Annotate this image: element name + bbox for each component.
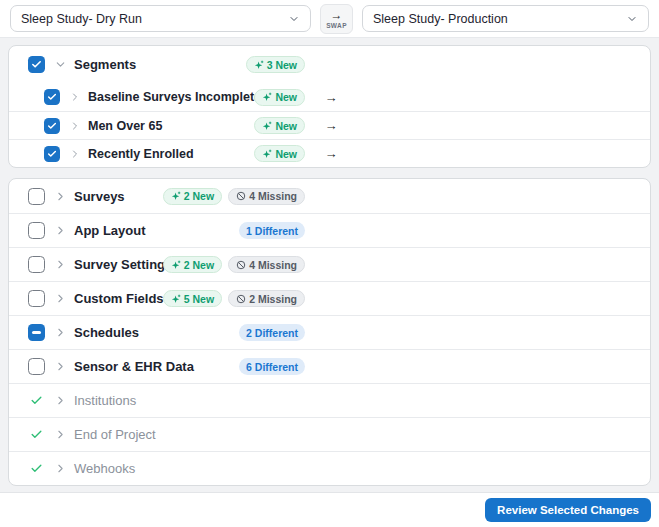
copy-right-arrow-button[interactable]: →: [315, 118, 347, 133]
sparkles-icon: [254, 60, 264, 70]
sparkles-icon: [262, 121, 272, 131]
badge-label: 4 Missing: [249, 259, 297, 271]
ban-icon: [236, 260, 246, 270]
review-selected-changes-button[interactable]: Review Selected Changes: [485, 498, 651, 522]
badge-label: 2 New: [184, 259, 214, 271]
category-label: End of Project: [74, 427, 156, 442]
badge-label: New: [275, 148, 297, 160]
badge-label: New: [275, 120, 297, 132]
new-count-badge: 5 New: [163, 290, 222, 307]
ban-icon: [236, 294, 246, 304]
sparkles-icon: [171, 191, 181, 201]
badge-column: 1 Different: [9, 214, 305, 247]
badge-label: 3 New: [267, 59, 297, 71]
synced-check-icon: [28, 428, 45, 441]
segment-row-recently-enrolled[interactable]: Recently Enrolled New →: [9, 139, 650, 167]
new-badge: New: [254, 89, 305, 106]
badge-label: New: [275, 91, 297, 103]
category-row-surveys[interactable]: Surveys 2 New 4 Missing: [9, 179, 650, 213]
chevron-right-icon[interactable]: [54, 462, 67, 475]
badge-column: 5 New 2 Missing: [9, 282, 305, 315]
new-count-badge: 2 New: [163, 256, 222, 273]
different-count-badge: 6 Different: [239, 358, 305, 375]
copy-right-arrow-button[interactable]: →: [315, 90, 347, 105]
category-label: Institutions: [74, 393, 136, 408]
missing-count-badge: 4 Missing: [228, 256, 305, 273]
compare-toolbar: Sleep Study- Dry Run → SWAP Sleep Study-…: [0, 0, 659, 38]
source-study-value: Sleep Study- Dry Run: [21, 12, 142, 26]
chevron-right-icon[interactable]: [54, 394, 67, 407]
source-study-select[interactable]: Sleep Study- Dry Run: [10, 5, 311, 32]
chevron-down-icon: [626, 13, 638, 25]
target-study-value: Sleep Study- Production: [373, 12, 508, 26]
category-row-sensor-ehr-data[interactable]: Sensor & EHR Data 6 Different: [9, 349, 650, 383]
target-study-select[interactable]: Sleep Study- Production: [362, 5, 649, 32]
badge-label: 2 New: [184, 190, 214, 202]
category-row-webhooks[interactable]: Webhooks: [9, 451, 650, 485]
synced-check-icon: [28, 394, 45, 407]
category-row-custom-fields[interactable]: Custom Fields 5 New 2 Missing: [9, 281, 650, 315]
copy-right-arrow-button[interactable]: →: [315, 146, 347, 161]
swap-button-label: SWAP: [326, 22, 347, 29]
badge-label: 2 Different: [246, 327, 298, 339]
comparison-list: Segments 3 New Baseline Surveys Incomple…: [0, 38, 659, 486]
badge-column: 2 New 4 Missing: [9, 248, 305, 281]
missing-count-badge: 2 Missing: [228, 290, 305, 307]
badge-label: 1 Different: [246, 225, 298, 237]
segment-row-baseline-surveys-incomplete[interactable]: Baseline Surveys Incomplete New →: [9, 83, 650, 111]
new-badge: New: [254, 145, 305, 162]
badge-column: 2 Different: [9, 316, 305, 349]
new-count-badge: 2 New: [163, 188, 222, 205]
new-count-badge: 3 New: [246, 56, 305, 73]
sparkles-icon: [171, 294, 181, 304]
different-count-badge: 2 Different: [239, 324, 305, 341]
ban-icon: [236, 191, 246, 201]
swap-button[interactable]: → SWAP: [320, 4, 353, 34]
chevron-down-icon: [288, 13, 300, 25]
sparkles-icon: [262, 92, 272, 102]
category-row-survey-settings[interactable]: Survey Settings 2 New 4 Missing: [9, 247, 650, 281]
sparkles-icon: [262, 149, 272, 159]
badge-column: 3 New: [9, 46, 305, 83]
new-badge: New: [254, 117, 305, 134]
segment-row-men-over-65[interactable]: Men Over 65 New →: [9, 111, 650, 139]
right-arrow-icon: →: [331, 9, 343, 21]
badge-label: 4 Missing: [249, 190, 297, 202]
footer-bar: Review Selected Changes: [0, 492, 659, 527]
different-count-badge: 1 Different: [239, 222, 305, 239]
badge-label: 5 New: [184, 293, 214, 305]
category-row-segments[interactable]: Segments 3 New: [9, 46, 650, 83]
category-label: Webhooks: [74, 461, 135, 476]
missing-count-badge: 4 Missing: [228, 188, 305, 205]
chevron-right-icon[interactable]: [54, 428, 67, 441]
badge-column: 2 New 4 Missing: [9, 179, 305, 213]
category-row-institutions[interactable]: Institutions: [9, 383, 650, 417]
badge-column: New: [9, 83, 305, 111]
badge-column: New: [9, 140, 305, 167]
category-row-app-layout[interactable]: App Layout 1 Different: [9, 213, 650, 247]
category-row-schedules[interactable]: Schedules 2 Different: [9, 315, 650, 349]
segments-card: Segments 3 New Baseline Surveys Incomple…: [8, 45, 651, 168]
badge-label: 2 Missing: [249, 293, 297, 305]
badge-label: 6 Different: [246, 361, 298, 373]
synced-check-icon: [28, 462, 45, 475]
badge-column: New: [9, 112, 305, 139]
categories-card: Surveys 2 New 4 Missing: [8, 178, 651, 486]
category-row-end-of-project[interactable]: End of Project: [9, 417, 650, 451]
badge-column: 6 Different: [9, 350, 305, 383]
sparkles-icon: [171, 260, 181, 270]
